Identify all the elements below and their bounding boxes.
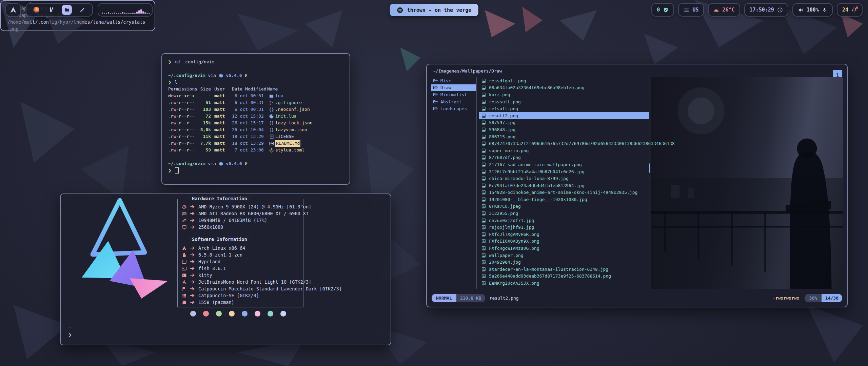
file-entry-lua: drwxr-xr-x-matt 6 oct 00:31lua — [168, 93, 343, 99]
sidebar-folder-draw[interactable]: Draw — [431, 84, 476, 92]
palette-dot — [216, 311, 222, 317]
file-row[interactable]: 19201080-__blue-tinge__-1920×1080.jpg — [479, 196, 649, 203]
file-row[interactable]: 866715.png — [479, 133, 649, 140]
file-name: 154928-odinokoe_anime-art-anime-okno-sin… — [489, 190, 637, 195]
file-row[interactable]: chica-mirando-la-luna-8799.jpg — [479, 175, 649, 182]
file-row[interactable]: FXfcHgcWIAMzs0G.png — [479, 245, 649, 252]
file-row[interactable]: resssult.png — [479, 98, 649, 105]
file-name: 0c794faf07de24a4db4d4fb1eb813964.jpg — [489, 183, 585, 188]
workspace-switcher[interactable]: V — [26, 3, 93, 17]
file-name: lua — [275, 93, 283, 99]
file-row[interactable]: 0c794faf07de24a4db4d4fb1eb813964.jpg — [479, 182, 649, 189]
arrow-icon — [190, 218, 195, 223]
file-name: kurz.png — [489, 92, 510, 97]
system-info-window[interactable]: Hardware Information AMD Ryzen 9 5900X (… — [60, 194, 391, 345]
file-name: EeNKYgIUcAAJ5JX.png — [489, 281, 539, 286]
tray-module-clock[interactable]: 17:50:29 — [744, 3, 788, 17]
info-row: Arch Linux x86_64 — [182, 245, 371, 251]
image-file-icon — [481, 232, 486, 237]
file-name: init.lua — [275, 113, 297, 120]
info-row: 1558 (pacman) — [182, 299, 371, 306]
audio-visualizer — [98, 3, 153, 17]
file-row[interactable]: 5a266e448add93deab367d87173e9f25-6837886… — [479, 273, 649, 280]
tray-module-updates[interactable]: 0 — [651, 3, 674, 17]
tray-module-notifications[interactable]: 24 — [837, 3, 863, 17]
clock-value: 17:50:29 — [750, 7, 774, 13]
visualizer-bar — [118, 13, 119, 14]
file-name: chica-mirando-la-luna-8799.jpg — [489, 176, 569, 181]
file-entry-.neoconf.json: .rw-r--r--183matt 6 oct 00:31.neoconf.js… — [168, 106, 343, 113]
file-row[interactable]: 08a634fa02a32364f69ebc86a98eb1eb.png — [479, 84, 649, 92]
ls-column-header: Date Modified — [232, 86, 264, 93]
command-cd: cd — [175, 59, 180, 65]
file-row[interactable]: 587597.jpg — [479, 119, 649, 126]
file-name: 3126f7e9bbf21a8a4af0b67b041c6e26.jpg — [489, 169, 585, 174]
visualizer-bar — [132, 13, 134, 14]
now-playing-label: thrown - on the verge — [407, 7, 472, 13]
terminal-input-line[interactable] — [168, 167, 343, 174]
sidebar-folder-abstract[interactable]: Abstract — [431, 98, 476, 105]
workspace-editor[interactable]: V — [47, 5, 56, 14]
tray-module-keyboard-layout[interactable]: US — [678, 3, 704, 17]
prompt-chevron-icon[interactable] — [68, 333, 72, 338]
sidebar-folder-landscapes[interactable]: Landscapes — [431, 105, 476, 112]
file-name: super-mario.png — [489, 148, 529, 153]
file-row[interactable]: FXfcII0X0AQyn9X.png — [479, 238, 649, 245]
file-row[interactable]: FXfcJlTXgAMvH6R.png — [479, 231, 649, 238]
workspace-browser[interactable] — [32, 5, 41, 14]
file-row[interactable]: nnvuv0xj2df71.jpg — [479, 217, 649, 224]
file-row[interactable]: ressdfgult.png — [479, 77, 649, 84]
workspace-design[interactable] — [78, 5, 87, 14]
file-row[interactable]: 154928-odinokoe_anime-art-anime-okno-sin… — [479, 189, 649, 196]
file-row[interactable]: kurz.png — [479, 91, 649, 98]
file-manager-window[interactable]: ~/Imagenes/Wallpapers/Draw 1 MiscDrawMin… — [426, 64, 848, 307]
visualizer-bar — [112, 13, 113, 14]
info-row: 868x366 — [182, 224, 371, 230]
status-bar: NORMAL 218.8 KB result2.png -rwxrwxrwx 3… — [432, 294, 842, 302]
app-launcher-button[interactable] — [5, 3, 21, 17]
file-row[interactable]: super-mario.png — [479, 147, 649, 154]
file-row[interactable]: 217167-sad-anime-rain-wallpaper.png — [479, 161, 649, 168]
prompt-cwd: ~/.config/nvim — [168, 72, 205, 79]
terminal-command-line: cd .config/nvim — [168, 59, 343, 65]
file-name: 3122955.png — [489, 211, 518, 216]
file-row[interactable]: wallpaper.png — [479, 252, 649, 259]
cpu-icon — [182, 204, 187, 209]
file-row[interactable]: 3122955.png — [479, 210, 649, 217]
visualizer-bar — [136, 12, 138, 14]
file-row[interactable]: 68747470733a2f2f696d616765732d7769786d70… — [479, 140, 649, 147]
palette-dot — [280, 311, 286, 317]
file-row[interactable]: 596848.jpg — [479, 126, 649, 133]
file-name: lazy-lock.json — [275, 120, 313, 126]
brush-icon — [80, 7, 85, 13]
sidebar-folder-misc[interactable]: Misc — [431, 77, 476, 84]
file-row[interactable]: rsjqojlmjhf91.jpg — [479, 224, 649, 231]
file-row[interactable]: EeNKYgIUcAAJ5JX.png — [479, 280, 649, 287]
file-row[interactable]: atardecer-en-la-montanas-ilustracion-634… — [479, 266, 649, 273]
firefox-icon — [33, 7, 39, 13]
hardware-section-title: Hardware Information — [189, 196, 251, 201]
folder-icon — [64, 7, 70, 13]
image-file-icon — [481, 204, 486, 209]
scrollbar-thumb[interactable] — [649, 163, 650, 173]
audio-value: 100% — [807, 7, 819, 13]
file-row[interactable]: 3126f7e9bbf21a8a4af0b67b041c6e26.jpg — [479, 168, 649, 175]
list-position: 14/38 — [822, 294, 842, 302]
file-name: 08a634fa02a32364f69ebc86a98eb1eb.png — [489, 85, 585, 90]
sidebar-folder-minimalist[interactable]: Minimalist — [431, 91, 476, 98]
file-row[interactable]: result2.png — [479, 112, 649, 119]
media-player-widget[interactable]: thrown - on the verge — [390, 4, 478, 16]
file-name: re1sult.png — [489, 106, 518, 111]
tray-module-audio[interactable]: 100% — [792, 3, 833, 17]
file-row[interactable]: 87r687df.png — [479, 154, 649, 161]
tray-module-weather[interactable]: 26°C — [708, 3, 740, 17]
terminal-color-palette — [190, 311, 286, 317]
terminal-window[interactable]: cd .config/nvim ~/.config/nvim via v5.4.… — [161, 53, 350, 185]
file-row[interactable]: 8FKa7Cu.jpeg — [479, 203, 649, 210]
file-row[interactable]: re1sult.png — [479, 105, 649, 112]
workspace-files[interactable] — [62, 5, 72, 15]
terminal-command-line: l — [168, 79, 343, 86]
image-file-icon — [481, 281, 486, 286]
tux-icon — [182, 252, 187, 258]
file-row[interactable]: 20492984.jpg — [479, 259, 649, 266]
